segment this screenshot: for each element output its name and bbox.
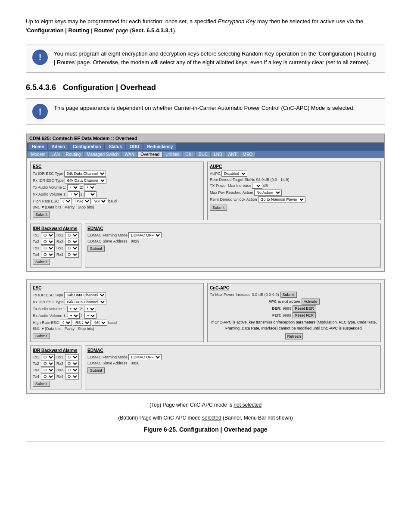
aupc-reim-label: Reim Demod Unlock Action xyxy=(210,197,257,202)
nav-status[interactable]: Status xyxy=(105,143,125,150)
idr-b-rx3-label: Rx3 xyxy=(56,368,63,372)
esc-tx-audio-row-b: Tx Audio Volume 1: +0 2: +0 xyxy=(33,306,201,312)
esc-tx-idr-select[interactable]: 64k Data Channel xyxy=(64,171,106,177)
idr-b-rx1-select[interactable]: OFF xyxy=(65,354,79,360)
esc-rx-audio-select[interactable]: +0 xyxy=(68,191,80,197)
nav-dai[interactable]: D&I xyxy=(183,152,195,157)
esc-baud-select[interactable]: 9600 xyxy=(92,198,107,204)
edmac-framing-select-bottom[interactable]: EDMAC OFF xyxy=(128,354,162,360)
edmac-framing-row-top: EDMAC Framing Mode EDMAC OFF xyxy=(87,232,378,238)
esc-bits-label-b: 8N1 ▼(Data bits : Parity : Stop bits) xyxy=(33,327,94,331)
nav-lnb[interactable]: LNB xyxy=(211,152,224,157)
idr-rx2-select[interactable]: OFF xyxy=(65,239,79,245)
cnc-activate-btn[interactable]: Activate xyxy=(302,299,320,305)
nav-managed-switch[interactable]: Managed Switch xyxy=(84,152,121,157)
nav-lan[interactable]: LAN xyxy=(49,152,62,157)
idr-tx1-select[interactable]: OFF xyxy=(41,232,55,238)
idr-b-rx2-select[interactable]: OFF xyxy=(65,361,79,367)
cnc-reset-fer-btn[interactable]: Reset FER xyxy=(293,312,316,318)
esc-tx-idr-row-b: Tx IDR ESC Type 64k Data Channel xyxy=(33,292,201,298)
edmac-panel-top: EDMAC EDMAC Framing Mode EDMAC OFF EDMAC… xyxy=(85,224,381,268)
nav-home[interactable]: Home xyxy=(28,143,47,150)
esc-tx-audio2-select[interactable]: +0 xyxy=(84,184,96,190)
edmac-submit-top[interactable]: Submit xyxy=(87,246,105,252)
aupc-title-top: AUPC xyxy=(210,164,378,169)
cnc-reset-ber-btn[interactable]: Reset BER xyxy=(293,305,316,311)
esc-baud-select-b[interactable]: 9600 xyxy=(92,320,107,326)
nav-bar-sub-top[interactable]: Modem LAN Routing Managed Switch WAN Ove… xyxy=(27,151,384,158)
idr-b-tx1-select[interactable]: OFF xyxy=(41,354,55,360)
idr-rx3-select[interactable]: OFF xyxy=(65,245,79,251)
aupc-maxpwr-row: Max Pwr Reached Action No Action xyxy=(210,190,378,196)
nav-routing[interactable]: Routing xyxy=(63,152,83,157)
nav-meo[interactable]: MEO xyxy=(240,152,255,157)
esc-rx-audio2-select[interactable]: +0 xyxy=(84,191,97,197)
aupc-status-label: AUPC xyxy=(210,171,221,176)
edmac-submit-bottom[interactable]: Submit xyxy=(87,367,105,373)
caution-text: This page appearance is dependent on whe… xyxy=(54,104,355,113)
esc-tx-audio2-select-b[interactable]: +0 xyxy=(84,306,96,312)
aupc-maxpwr-select[interactable]: No Action xyxy=(254,190,282,196)
nav-ant[interactable]: ANT xyxy=(226,152,240,157)
idr-submit-bottom[interactable]: Submit xyxy=(33,381,50,387)
idr-grid-bottom: Tx1 OFF Rx1 OFF Tx2 OFF Rx2 OFF Tx3 OFF … xyxy=(33,354,79,380)
nav-configuration[interactable]: Configuration xyxy=(69,143,105,150)
nav-utilities[interactable]: Utilities xyxy=(163,152,182,157)
idr-b-tx3-select[interactable]: OFF xyxy=(41,367,55,373)
top-bottom-panels: IDR Backward Alarms Tx1 OFF Rx1 OFF Tx2 … xyxy=(30,224,381,268)
idr-tx4-select[interactable]: OFF xyxy=(41,252,55,258)
edmac-framing-row-bottom: EDMAC Framing Mode EDMAC OFF xyxy=(87,354,378,360)
idr-tx2-select[interactable]: OFF xyxy=(41,239,55,245)
idr-b-rx1-label: Rx1 xyxy=(56,355,63,359)
aupc-panel-top: AUPC AUPC Disabled Rem Demod Target Eb/N… xyxy=(207,162,381,220)
esc-submit-bottom[interactable]: Submit xyxy=(33,333,50,339)
idr-b-rx3-select[interactable]: OFF xyxy=(65,367,79,373)
cnc-submit-btn[interactable]: Submit xyxy=(280,292,297,298)
edmac-panel-bottom: EDMAC EDMAC Framing Mode EDMAC OFF EDMAC… xyxy=(85,345,381,389)
esc-rx-idr-select-b[interactable]: 64k Data Channel xyxy=(65,299,106,305)
caution-icon: ! xyxy=(32,104,48,119)
aupc-status-select[interactable]: Disabled xyxy=(221,171,247,177)
nav-buc[interactable]: BUC xyxy=(196,152,210,157)
nav-overhead[interactable]: Overhead xyxy=(138,152,162,157)
aupc-txpower-select[interactable]: 3 xyxy=(252,183,262,189)
cnc-refresh-btn[interactable]: Refresh xyxy=(285,333,303,339)
idr-tx3-label: Tx3 xyxy=(33,246,39,250)
esc-tx-audio-label: Tx Audio Volume 1: xyxy=(33,185,66,190)
esc-tx-idr-select-b[interactable]: 64k Data Channel xyxy=(64,292,106,298)
edmac-slave-row-top: EDMAC Slave Address 9029 xyxy=(87,239,378,243)
esc-rx-audio-select-b[interactable]: +0 xyxy=(68,313,80,319)
nav-bar-top[interactable]: Home Admin Configuration Status ODU Redu… xyxy=(27,143,384,151)
idr-b-rx4-select[interactable]: OFF xyxy=(65,373,79,380)
idr-b-tx4-select[interactable]: OFF xyxy=(41,373,55,380)
idr-tx3-select[interactable]: OFF xyxy=(41,245,55,251)
cnc-panel: CnC-APC Tx Max Power Increase 3.0 dB (0.… xyxy=(207,283,381,342)
edmac-framing-select-top[interactable]: EDMAC OFF xyxy=(128,232,162,238)
cnc-refresh-row: Refresh xyxy=(210,333,378,339)
nav-odu[interactable]: ODU xyxy=(126,143,143,150)
esc-rs232-select[interactable]: RS-232 xyxy=(73,198,91,204)
edmac-title-bottom: EDMAC xyxy=(87,348,378,353)
esc-highrate-select-b[interactable]: Off xyxy=(60,320,72,326)
esc-highrate-select[interactable]: OFF xyxy=(60,198,72,204)
section-title: Configuration | Overhead xyxy=(63,83,156,92)
idr-rx1-select[interactable]: OFF xyxy=(65,232,79,238)
nav-admin[interactable]: Admin xyxy=(48,143,68,150)
nav-redundancy[interactable]: Redundancy xyxy=(143,143,176,150)
idr-rx4-select[interactable]: OFF xyxy=(65,252,79,258)
esc-bits-label: 8N1 ▼(Data bits : Parity : Stop bits) xyxy=(33,205,94,209)
esc-submit-top[interactable]: Submit xyxy=(33,212,50,218)
idr-submit-top[interactable]: Submit xyxy=(33,259,50,265)
idr-b-tx2-select[interactable]: OFF xyxy=(41,361,55,367)
nav-wan[interactable]: WAN xyxy=(122,152,137,157)
nav-modem[interactable]: Modem xyxy=(28,152,48,157)
aupc-reim-select[interactable]: Go to Nominal Power xyxy=(258,196,305,202)
esc-baud-label-b: baud xyxy=(108,320,117,325)
esc-tx-audio-select[interactable]: +0 xyxy=(67,184,79,190)
esc-rs232-select-b[interactable]: RS-232 xyxy=(73,320,91,326)
esc-rx-idr-select[interactable]: 64k Data Channel xyxy=(65,177,106,184)
esc-rx-audio2-select-b[interactable]: +0 xyxy=(84,313,97,319)
esc-tx-audio-select-b[interactable]: +0 xyxy=(67,306,79,312)
aupc-submit-top[interactable]: Submit xyxy=(210,205,227,211)
caption-bottom-underline: selected xyxy=(202,415,221,421)
